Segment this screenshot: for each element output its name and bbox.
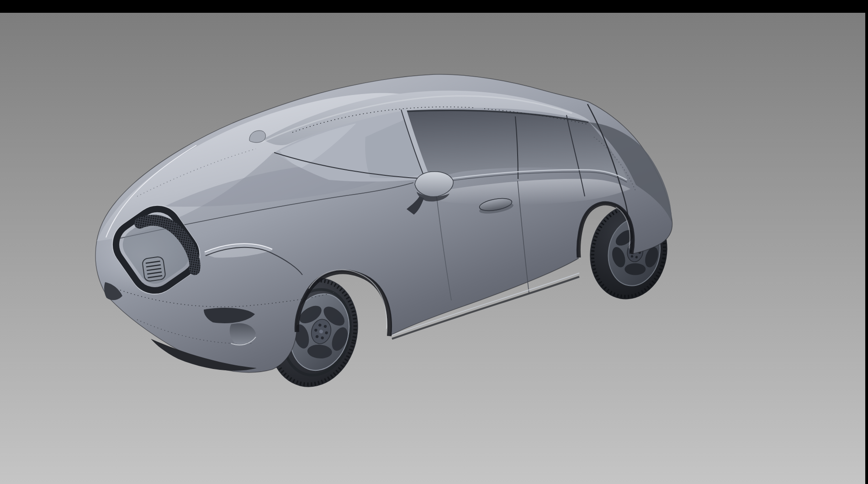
top-letterbox-bar xyxy=(0,0,868,13)
app-window xyxy=(0,0,868,484)
car-3d-model xyxy=(0,0,868,484)
3d-viewport[interactable] xyxy=(0,13,865,484)
right-letterbox-bar xyxy=(865,0,868,484)
